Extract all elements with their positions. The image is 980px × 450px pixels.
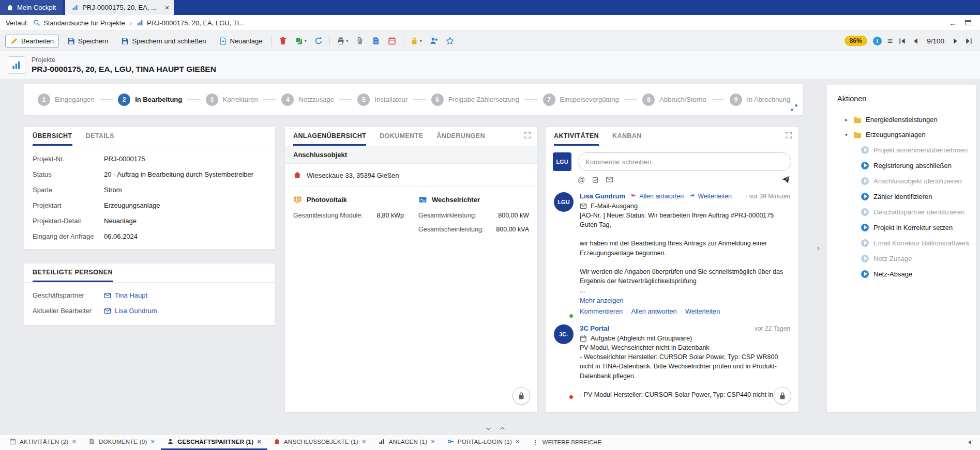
refresh-button[interactable] — [312, 35, 325, 46]
print-button[interactable]: ▾ — [335, 35, 351, 46]
lock-fab-button[interactable] — [512, 387, 530, 405]
back-arrow-icon[interactable]: ← — [949, 19, 957, 27]
mention-icon[interactable]: @ — [578, 176, 585, 184]
info-icon[interactable]: i — [873, 37, 882, 45]
author-link[interactable]: Lisa Gundrum — [580, 192, 625, 200]
tab-kanban[interactable]: KANBAN — [612, 132, 642, 146]
expand-stepper-icon[interactable] — [790, 104, 798, 112]
step-in-bearbeitung[interactable]: 2In Bearbeitung — [118, 94, 182, 106]
calendar-button[interactable] — [386, 35, 398, 46]
tab-uebersicht[interactable]: ÜBERSICHT — [33, 132, 72, 146]
comment-link[interactable]: Kommentieren — [580, 307, 623, 315]
tab-aktivitaeten[interactable]: AKTIVITÄTEN — [554, 132, 599, 146]
edit-button[interactable]: Bearbeiten — [5, 35, 59, 48]
lock-button[interactable]: ▾ — [408, 35, 424, 46]
attachment-button[interactable] — [354, 35, 366, 46]
step-netzzusage[interactable]: 4Netzzusage — [281, 94, 334, 106]
breadcrumb-item-project[interactable]: PRJ-0000175, 20, EA, LGU, TI... — [137, 19, 245, 27]
step-korrekturen[interactable]: 3Korrekturen — [206, 94, 258, 106]
step-eingegangen[interactable]: 1Eingegangen — [38, 94, 95, 106]
mail-icon[interactable] — [606, 176, 613, 183]
close-tab-icon[interactable]: × — [431, 438, 435, 445]
business-partner-link[interactable]: Tina Haupt — [104, 291, 147, 299]
close-tab-icon[interactable]: × — [362, 438, 366, 445]
tab-beteiligte-personen[interactable]: BETEILIGTE PERSONEN — [33, 269, 113, 282]
chevron-up-icon[interactable] — [499, 425, 506, 432]
caret-right-icon[interactable]: ▸ — [843, 117, 849, 122]
breadcrumb-item-search[interactable]: Standardsuche für Projekte — [33, 19, 125, 27]
window-tab-project[interactable]: PRJ-0000175, 20, EA, ... × — [65, 0, 174, 15]
app-window: Mein Cockpit PRJ-0000175, 20, EA, ... × … — [0, 0, 980, 450]
step-freigabe-zaehlersetzung[interactable]: 6Freigabe Zählersetzung — [431, 94, 519, 106]
previous-record-icon[interactable] — [912, 37, 919, 45]
author-link[interactable]: 3C Portal — [580, 324, 609, 332]
expand-card-icon[interactable] — [524, 132, 531, 139]
activity-feed: LGU Lisa Gundrum Allen antworten — [546, 186, 798, 412]
document-button[interactable] — [370, 35, 382, 46]
step-abbruch-storno[interactable]: 8Abbruch/Storno — [642, 94, 706, 106]
minimize-icon[interactable] — [965, 20, 971, 25]
action-registrierung-abschliessen[interactable]: Registrierung abschließen — [827, 158, 976, 173]
save-button[interactable]: Speichern — [63, 35, 113, 47]
folder-icon — [853, 131, 862, 139]
chevron-down-icon[interactable] — [485, 425, 492, 432]
tab-details[interactable]: DETAILS — [86, 132, 114, 146]
current-editor-link[interactable]: Lisa Gundrum — [104, 307, 157, 315]
bottom-tab-geschaeftspartner[interactable]: GESCHÄFTSPARTNER (1) × — [161, 435, 267, 450]
task-icon[interactable] — [592, 176, 599, 183]
step-installateur[interactable]: 5Installateur — [357, 94, 408, 106]
window-tab-cockpit[interactable]: Mein Cockpit — [0, 0, 63, 15]
first-record-icon[interactable] — [898, 37, 906, 45]
new-record-button[interactable]: Neuanlage — [215, 35, 267, 47]
menu-icon[interactable]: ≡ — [887, 36, 893, 45]
comment-input[interactable] — [578, 152, 791, 171]
close-tab-icon[interactable]: × — [516, 438, 520, 445]
action-netz-zusage[interactable]: Netz-Zusage — [827, 251, 976, 266]
tab-anlagenuebersicht[interactable]: ANLAGENÜBERSICHT — [293, 132, 366, 146]
save-close-button[interactable]: Speichern und schließen — [116, 35, 210, 47]
bottom-tab-anschlussobjekte[interactable]: ANSCHLUSSOBJEKTE (1) × — [267, 435, 372, 450]
close-tab-icon[interactable]: × — [151, 438, 155, 445]
send-button[interactable] — [781, 175, 790, 184]
caret-down-icon[interactable]: ▾ — [843, 132, 849, 137]
lock-icon — [517, 392, 525, 400]
action-projekt-in-korrektur-setzen[interactable]: Projekt in Korrektur setzen — [827, 220, 976, 235]
tab-aenderungen[interactable]: ÄNDERUNGEN — [436, 132, 485, 146]
show-more-link[interactable]: Mehr anzeigen — [580, 297, 624, 304]
bottom-tab-anlagen[interactable]: ANLAGEN (1) × — [372, 435, 441, 450]
step-einspeiseverguetung[interactable]: 7Einspeisevergütung — [543, 94, 619, 106]
assign-button[interactable] — [428, 35, 440, 46]
step-in-abrechnung[interactable]: 9In Abrechnung — [730, 94, 790, 106]
next-record-icon[interactable] — [952, 37, 959, 45]
forward-link[interactable]: Weiterleiten — [685, 307, 720, 315]
reply-all-link[interactable]: Allen antworten — [631, 307, 676, 315]
tree-folder-energiedienstleistungen[interactable]: ▸ Energiedienstleistungen — [827, 112, 976, 127]
action-geschaeftspartner-identifizieren[interactable]: Geschäftspartner identifizieren — [827, 204, 976, 220]
close-tab-icon[interactable]: × — [72, 438, 76, 445]
panel-collapse-icon[interactable]: › — [817, 243, 820, 252]
tab-dokumente[interactable]: DOKUMENTE — [380, 132, 423, 146]
close-tab-icon[interactable]: × — [257, 438, 261, 445]
close-tab-icon[interactable]: × — [165, 4, 169, 11]
more-areas-button[interactable]: ⋮ WEITERE BEREICHE — [526, 435, 608, 450]
delete-button[interactable] — [277, 35, 289, 46]
play-icon — [861, 208, 869, 216]
bottom-tab-portal-login[interactable]: PORTAL-LOGIN (1) × — [441, 435, 526, 450]
action-projekt-annehmen[interactable]: Projekt annehmen/übernehmen — [827, 142, 976, 158]
action-netz-absage[interactable]: Netz-Absage — [827, 266, 976, 282]
action-zaehler-identifizieren[interactable]: Zähler identifizieren — [827, 189, 976, 204]
favorite-button[interactable] — [444, 35, 456, 46]
reply-all-link[interactable]: Allen antworten — [630, 193, 684, 200]
connection-object-row[interactable]: Wieseckaue 33, 35394 Gießen — [285, 164, 537, 187]
expand-card-icon[interactable] — [785, 132, 792, 139]
copy-button[interactable]: ▾ — [293, 35, 309, 46]
action-email-korrektur-balkonkraftwerk[interactable]: Email Korrektur Balkonkraftwerk — [827, 235, 976, 251]
action-anschlussobjekt-identifizieren[interactable]: Anschlussobjekt identifizieren — [827, 173, 976, 189]
last-record-icon[interactable] — [965, 37, 973, 45]
forward-link[interactable]: Weiterleiten — [689, 193, 732, 200]
tab-scroll-left[interactable] — [962, 435, 977, 450]
tree-folder-erzeugungsanlagen[interactable]: ▾ Erzeugungsanlagen — [827, 127, 976, 142]
bottom-tab-aktivitaeten[interactable]: AKTIVITÄTEN (2) × — [3, 435, 82, 450]
bottom-tab-dokumente[interactable]: DOKUMENTE (0) × — [82, 435, 161, 450]
lock-fab-button[interactable] — [774, 387, 791, 405]
